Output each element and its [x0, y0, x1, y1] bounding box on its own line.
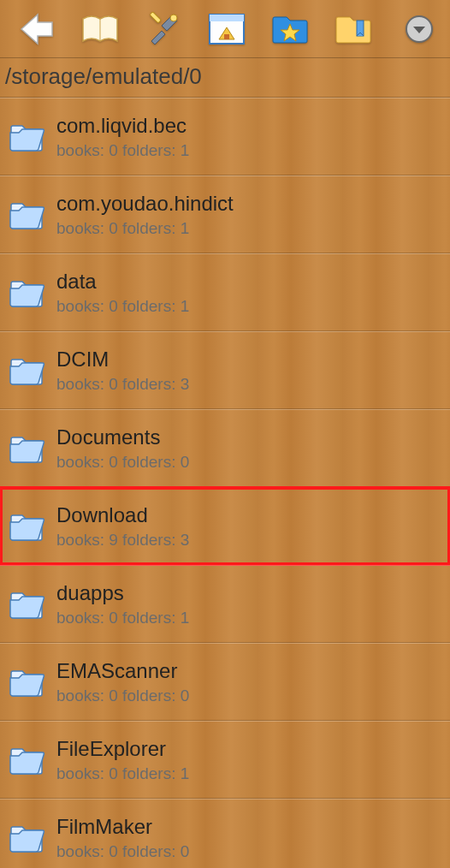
- folder-name: DCIM: [56, 348, 189, 372]
- folder-meta: FilmMakerbooks: 0 folders: 0: [56, 815, 189, 861]
- folder-counts: books: 0 folders: 3: [56, 375, 189, 394]
- folder-name: Documents: [56, 425, 189, 449]
- folder-icon: [5, 121, 48, 153]
- folder-icon: [5, 744, 48, 776]
- home-button[interactable]: [195, 0, 258, 58]
- folder-row[interactable]: FileExplorerbooks: 0 folders: 1: [0, 721, 450, 799]
- folder-name: FilmMaker: [56, 815, 189, 839]
- folder-name: FileExplorer: [56, 737, 189, 761]
- folder-counts: books: 0 folders: 1: [56, 297, 189, 316]
- folder-icon: [5, 432, 48, 465]
- folder-counts: books: 0 folders: 0: [56, 687, 189, 705]
- folder-row[interactable]: Downloadbooks: 9 folders: 3: [0, 487, 450, 565]
- folder-meta: DCIMbooks: 0 folders: 3: [56, 348, 189, 394]
- open-book-icon: [81, 14, 119, 45]
- folder-row[interactable]: DCIMbooks: 0 folders: 3: [0, 331, 450, 409]
- folder-meta: com.liqvid.becbooks: 0 folders: 1: [56, 114, 189, 160]
- folder-row[interactable]: duappsbooks: 0 folders: 1: [0, 565, 450, 643]
- folder-row[interactable]: databooks: 0 folders: 1: [0, 253, 450, 331]
- svg-point-0: [170, 15, 177, 21]
- folder-meta: duappsbooks: 0 folders: 1: [56, 581, 189, 627]
- folder-name: com.youdao.hindict: [56, 192, 234, 216]
- home-frame-icon: [209, 14, 245, 45]
- folder-counts: books: 0 folders: 0: [56, 842, 189, 861]
- folder-meta: Downloadbooks: 9 folders: 3: [56, 503, 189, 550]
- bookmark-folder-button[interactable]: [322, 0, 385, 58]
- folder-counts: books: 0 folders: 0: [56, 453, 189, 472]
- folder-icon: [5, 666, 48, 699]
- back-button[interactable]: [5, 0, 68, 58]
- back-arrow-icon: [19, 12, 55, 46]
- folder-icon: [5, 510, 48, 543]
- tools-icon: [146, 12, 181, 46]
- folder-name: Download: [56, 503, 189, 527]
- folder-icon: [5, 276, 48, 309]
- toolbar: [0, 0, 450, 58]
- folder-name: com.liqvid.bec: [56, 114, 189, 138]
- favorites-button[interactable]: [258, 0, 322, 58]
- svg-rect-4: [224, 34, 229, 39]
- folder-meta: Documentsbooks: 0 folders: 0: [56, 425, 189, 472]
- bookmark-folder-icon: [335, 14, 372, 45]
- folder-icon: [5, 354, 48, 387]
- star-folder-icon: [271, 14, 309, 45]
- folder-meta: EMAScannerbooks: 0 folders: 0: [56, 659, 189, 705]
- folder-counts: books: 0 folders: 1: [56, 219, 234, 238]
- folder-list: com.liqvid.becbooks: 0 folders: 1com.you…: [0, 98, 450, 868]
- folder-row[interactable]: Documentsbooks: 0 folders: 0: [0, 409, 450, 487]
- folder-counts: books: 0 folders: 1: [56, 141, 189, 160]
- folder-row[interactable]: com.liqvid.becbooks: 0 folders: 1: [0, 98, 450, 175]
- menu-button[interactable]: [394, 0, 445, 58]
- circle-chevron-down-icon: [404, 14, 435, 45]
- folder-icon: [5, 199, 48, 231]
- folder-row[interactable]: com.youdao.hindictbooks: 0 folders: 1: [0, 175, 450, 253]
- folder-row[interactable]: FilmMakerbooks: 0 folders: 0: [0, 799, 450, 868]
- folder-meta: databooks: 0 folders: 1: [56, 270, 189, 316]
- folder-name: data: [56, 270, 189, 294]
- folder-meta: FileExplorerbooks: 0 folders: 1: [56, 737, 189, 783]
- folder-icon: [5, 822, 48, 854]
- folder-row[interactable]: EMAScannerbooks: 0 folders: 0: [0, 643, 450, 721]
- folder-icon: [5, 588, 48, 621]
- folder-counts: books: 9 folders: 3: [56, 531, 189, 550]
- svg-rect-3: [210, 15, 244, 21]
- library-button[interactable]: [68, 0, 132, 58]
- folder-meta: com.youdao.hindictbooks: 0 folders: 1: [56, 192, 234, 238]
- folder-name: EMAScanner: [56, 659, 189, 683]
- svg-rect-1: [150, 12, 161, 23]
- folder-name: duapps: [56, 581, 189, 605]
- current-path: /storage/emulated/0: [0, 58, 450, 98]
- tools-button[interactable]: [132, 0, 195, 58]
- folder-counts: books: 0 folders: 1: [56, 764, 189, 783]
- folder-counts: books: 0 folders: 1: [56, 609, 189, 627]
